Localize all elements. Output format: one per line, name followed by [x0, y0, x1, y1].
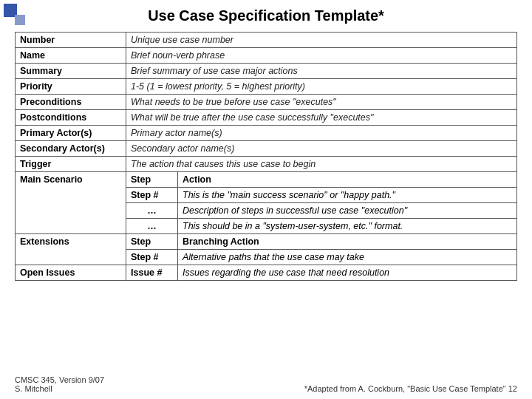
open-issues-step-header: Issue #: [126, 265, 178, 281]
footer-line2: S. Mitchell: [15, 384, 104, 393]
footer-line1: CMSC 345, Version 9/07: [15, 375, 104, 384]
table-row: Name Brief noun-verb phrase: [16, 48, 517, 64]
table-row: Summary Brief summary of use case major …: [16, 64, 517, 79]
table-row: Postconditions What will be true after t…: [16, 110, 517, 126]
row-value: What will be true after the use case suc…: [126, 110, 517, 126]
step-header: Step: [126, 172, 178, 188]
step-value: Step #: [126, 250, 178, 265]
footer-left: CMSC 345, Version 9/07 S. Mitchell: [15, 375, 104, 393]
extensions-step-header: Step: [126, 234, 178, 250]
table-row: Number Unique use case number: [16, 33, 517, 48]
main-scenario-header-row: Main Scenario Step Action: [16, 172, 517, 188]
row-label: Trigger: [16, 157, 126, 172]
spec-table: Number Unique use case number Name Brief…: [15, 32, 517, 281]
step-value: …: [126, 203, 178, 219]
row-label: Name: [16, 48, 126, 64]
row-value: Primary actor name(s): [126, 126, 517, 141]
action-value: Description of steps in successful use c…: [178, 203, 517, 219]
row-value: Brief summary of use case major actions: [126, 64, 517, 79]
table-row: Primary Actor(s) Primary actor name(s): [16, 126, 517, 141]
main-scenario-label: Main Scenario: [16, 172, 126, 234]
action-header: Action: [178, 172, 517, 188]
action-value: This is the "main success scenario" or "…: [178, 188, 517, 203]
row-value: Secondary actor name(s): [126, 141, 517, 157]
extensions-header-row: Extensions Step Branching Action: [16, 234, 517, 250]
action-value: This should be in a "system-user-system,…: [178, 219, 517, 234]
footer-right: *Adapted from A. Cockburn, "Basic Use Ca…: [304, 384, 517, 393]
row-value: 1-5 (1 = lowest priority, 5 = highest pr…: [126, 79, 517, 95]
row-label: Preconditions: [16, 95, 126, 110]
row-label: Summary: [16, 64, 126, 79]
row-value: Brief noun-verb phrase: [126, 48, 517, 64]
step-value: …: [126, 219, 178, 234]
table-row: Preconditions What needs to be true befo…: [16, 95, 517, 110]
open-issues-row: Open Issues Issue # Issues regarding the…: [16, 265, 517, 281]
action-value: Alternative paths that the use case may …: [178, 250, 517, 265]
page-title: Use Case Specification Template*: [15, 7, 517, 24]
row-value: What needs to be true before use case "e…: [126, 95, 517, 110]
row-label: Primary Actor(s): [16, 126, 126, 141]
row-label: Postconditions: [16, 110, 126, 126]
row-label: Priority: [16, 79, 126, 95]
table-row: Trigger The action that causes this use …: [16, 157, 517, 172]
row-value: The action that causes this use case to …: [126, 157, 517, 172]
table-row: Secondary Actor(s) Secondary actor name(…: [16, 141, 517, 157]
extensions-label: Extensions: [16, 234, 126, 265]
row-label: Secondary Actor(s): [16, 141, 126, 157]
row-label: Number: [16, 33, 126, 48]
open-issues-action-header: Issues regarding the use case that need …: [178, 265, 517, 281]
table-row: Priority 1-5 (1 = lowest priority, 5 = h…: [16, 79, 517, 95]
row-value: Unique use case number: [126, 33, 517, 48]
step-value: Step #: [126, 188, 178, 203]
extensions-action-header: Branching Action: [178, 234, 517, 250]
open-issues-label: Open Issues: [16, 265, 126, 281]
